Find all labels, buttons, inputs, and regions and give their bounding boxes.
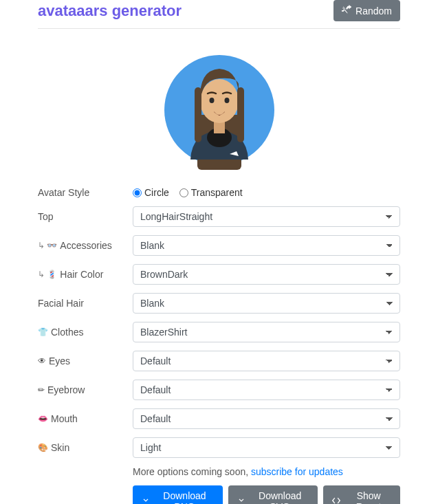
- show-react-label: Show React: [345, 490, 392, 504]
- top-label-text: Top: [38, 211, 54, 222]
- code-icon: [331, 496, 341, 505]
- haircolor-label: ↳ 💈 Hair Color: [38, 269, 133, 280]
- barber-icon: ↳ 💈: [38, 270, 57, 279]
- radio-circle[interactable]: Circle: [133, 187, 169, 198]
- svg-rect-6: [237, 87, 244, 142]
- mouth-select[interactable]: Default: [133, 408, 400, 429]
- action-row: Download PNG Download SVG Show React: [133, 485, 400, 504]
- download-png-button[interactable]: Download PNG: [133, 485, 223, 504]
- eyebrow-label: ✏ Eyebrow: [38, 384, 133, 395]
- eyes-label-text: Eyes: [49, 355, 70, 366]
- shirt-icon: 👕: [38, 327, 48, 337]
- pencil-icon: ✏: [38, 385, 45, 395]
- skin-label: 🎨 Skin: [38, 442, 133, 453]
- haircolor-label-text: Hair Color: [60, 269, 103, 280]
- mouth-label-text: Mouth: [51, 413, 78, 424]
- glasses-icon: ↳ 👓: [38, 241, 57, 250]
- accessories-select[interactable]: Blank: [133, 235, 400, 256]
- top-label: Top: [38, 211, 133, 222]
- random-button[interactable]: Random: [333, 0, 400, 21]
- random-button-label: Random: [355, 6, 392, 17]
- avatar-preview: [38, 50, 400, 170]
- mouth-icon: 👄: [38, 414, 48, 424]
- eyes-label: 👁 Eyes: [38, 355, 133, 366]
- show-react-button[interactable]: Show React: [323, 485, 400, 504]
- haircolor-select[interactable]: BrownDark: [133, 264, 400, 285]
- avatar-style-label: Avatar Style: [38, 187, 133, 198]
- eyes-select[interactable]: Default: [133, 351, 400, 371]
- clothes-label: 👕 Clothes: [38, 327, 133, 338]
- eyebrow-select[interactable]: Default: [133, 380, 400, 400]
- facialhair-select[interactable]: Blank: [133, 293, 400, 314]
- clothes-label-text: Clothes: [51, 327, 83, 338]
- radio-circle-input[interactable]: [133, 188, 142, 197]
- download-icon: [237, 496, 246, 505]
- mouth-label: 👄 Mouth: [38, 413, 133, 424]
- download-png-label: Download PNG: [155, 490, 215, 504]
- top-select[interactable]: LongHairStraight: [133, 206, 400, 227]
- download-svg-button[interactable]: Download SVG: [228, 485, 318, 504]
- svg-rect-5: [195, 87, 201, 142]
- accessories-label: ↳ 👓 Accessories: [38, 240, 133, 251]
- skin-label-text: Skin: [51, 442, 69, 453]
- subscribe-link[interactable]: subscribe for updates: [251, 466, 343, 477]
- download-svg-label: Download SVG: [250, 490, 309, 504]
- svg-point-4: [200, 79, 239, 123]
- avatar-style-group: Circle Transparent: [133, 187, 400, 198]
- eye-icon: 👁: [38, 356, 46, 366]
- facialhair-label-text: Facial Hair: [38, 298, 84, 309]
- svg-point-8: [224, 98, 229, 103]
- clothes-select[interactable]: BlazerShirt: [133, 322, 400, 342]
- shuffle-icon: [342, 5, 351, 17]
- radio-circle-label: Circle: [144, 187, 169, 198]
- facialhair-label: Facial Hair: [38, 298, 133, 309]
- footer-note: More options coming soon, subscribe for …: [133, 466, 400, 477]
- footer-text: More options coming soon,: [133, 466, 251, 477]
- radio-transparent-label: Transparent: [191, 187, 243, 198]
- download-icon: [141, 496, 151, 505]
- radio-transparent[interactable]: Transparent: [179, 187, 243, 198]
- svg-point-7: [209, 98, 214, 103]
- page-title: avataaars generator: [38, 2, 182, 20]
- header: avataaars generator Random: [38, 0, 400, 29]
- palette-icon: 🎨: [38, 443, 48, 452]
- accessories-label-text: Accessories: [60, 240, 111, 251]
- eyebrow-label-text: Eyebrow: [47, 384, 85, 395]
- radio-transparent-input[interactable]: [179, 188, 188, 197]
- skin-select[interactable]: Light: [133, 437, 400, 458]
